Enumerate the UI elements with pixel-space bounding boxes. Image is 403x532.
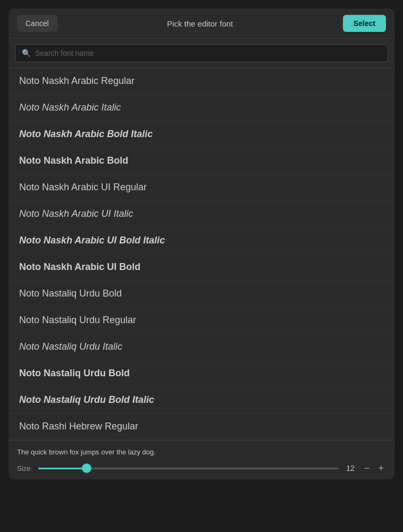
search-container: 🔍 (9, 39, 394, 68)
slider-container (38, 468, 339, 469)
increment-button[interactable]: + (376, 462, 386, 474)
font-list-item[interactable]: Noto Naskh Arabic UI Bold Italic (9, 227, 394, 254)
font-list-item[interactable]: Noto Nastaliq Urdu Bold Italic (9, 387, 394, 413)
font-list-item[interactable]: Noto Naskh Arabic Italic (9, 95, 394, 121)
font-list-item[interactable]: Noto Naskh Arabic Regular (9, 68, 394, 95)
font-picker-dialog: Cancel Pick the editor font Select 🔍 Not… (9, 9, 394, 479)
font-list-item[interactable]: Noto Nastaliq Urdu Regular (9, 307, 394, 334)
dialog-title: Pick the editor font (167, 19, 233, 28)
size-label: Size (17, 465, 33, 472)
font-list-item[interactable]: Noto Naskh Arabic Bold (9, 148, 394, 174)
font-list-item[interactable]: Noto Nastaliq Urdu Bold (9, 281, 394, 307)
font-list-item[interactable]: Noto Rashi Hebrew Regular (9, 413, 394, 440)
size-value: 12 (344, 464, 357, 472)
decrement-button[interactable]: − (362, 462, 372, 474)
select-button[interactable]: Select (343, 15, 386, 32)
font-list-item[interactable]: Noto Naskh Arabic UI Italic (9, 201, 394, 227)
font-list-item[interactable]: Noto Naskh Arabic UI Bold (9, 254, 394, 281)
dialog-header: Cancel Pick the editor font Select (9, 9, 394, 39)
font-list-item[interactable]: Noto Nastaliq Urdu Italic (9, 334, 394, 360)
size-slider[interactable] (38, 468, 339, 469)
size-row: Size 12 − + (17, 462, 386, 474)
font-list: Noto Naskh Arabic RegularNoto Naskh Arab… (9, 68, 394, 440)
preview-area: The quick brown fox jumps over the lazy … (9, 440, 394, 479)
preview-text: The quick brown fox jumps over the lazy … (17, 448, 386, 456)
size-controls: − + (362, 462, 386, 474)
search-box: 🔍 (15, 44, 388, 62)
font-list-item[interactable]: Noto Naskh Arabic Bold Italic (9, 121, 394, 148)
search-icon: 🔍 (22, 49, 31, 57)
font-list-item[interactable]: Noto Nastaliq Urdu Bold (9, 360, 394, 387)
cancel-button[interactable]: Cancel (17, 15, 57, 32)
font-list-item[interactable]: Noto Naskh Arabic UI Regular (9, 174, 394, 201)
search-input[interactable] (35, 49, 381, 57)
